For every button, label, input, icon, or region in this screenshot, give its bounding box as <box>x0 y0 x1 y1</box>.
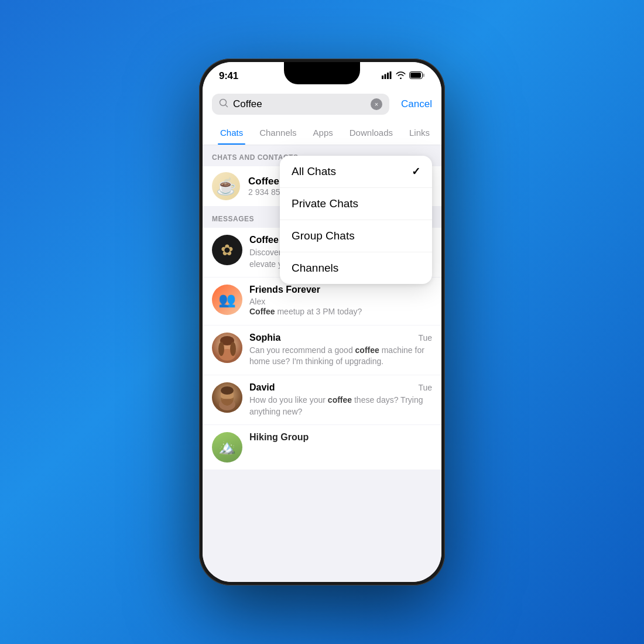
chat-content-david: David Tue How do you like your coffee th… <box>249 382 432 417</box>
dropdown-menu[interactable]: All Chats ✓ Private Chats Group Chats Ch… <box>280 156 432 284</box>
wifi-icon <box>396 71 406 81</box>
phone-screen: 9:41 <box>203 62 441 582</box>
chat-preview-sophia: Can you recommend a good coffee machine … <box>249 345 432 368</box>
svg-point-18 <box>221 386 234 395</box>
chat-preview-david: How do you like your coffee these days? … <box>249 395 432 417</box>
notch <box>284 62 360 84</box>
svg-rect-0 <box>382 76 383 79</box>
list-item-sophia[interactable]: Sophia Tue Can you recommend a good coff… <box>203 326 441 375</box>
tab-downloads[interactable]: Downloads <box>341 122 401 145</box>
svg-rect-5 <box>423 74 425 77</box>
dropdown-checkmark-all-chats: ✓ <box>412 165 420 178</box>
phone-frame: 9:41 <box>199 59 445 585</box>
avatar-david <box>212 382 242 413</box>
search-clear-button[interactable]: × <box>371 98 382 110</box>
svg-rect-2 <box>387 73 389 79</box>
chat-name-hiking: Hiking Group <box>249 432 309 443</box>
tab-chats[interactable]: Chats <box>212 122 251 145</box>
status-bar: 9:41 <box>203 62 441 88</box>
chat-preview-friends-forever: Coffee meetup at 3 PM today? <box>249 306 432 318</box>
status-icons <box>382 71 425 81</box>
chat-sender-ff: Alex <box>249 297 432 306</box>
status-time: 9:41 <box>219 70 238 82</box>
tabs-container: Chats Channels Apps Downloads Links <box>203 122 441 145</box>
svg-point-13 <box>218 342 224 356</box>
search-input[interactable]: Coffee <box>233 98 366 110</box>
list-item-david[interactable]: David Tue How do you like your coffee th… <box>203 375 441 425</box>
search-icon <box>219 98 228 110</box>
chat-name-sophia: Sophia <box>249 333 280 343</box>
chat-name-david: David <box>249 382 275 393</box>
list-item-friends-forever[interactable]: 👥 Friends Forever Alex Coffee meetup at … <box>203 278 441 326</box>
search-bar[interactable]: Coffee × <box>212 94 389 115</box>
battery-icon <box>409 71 425 81</box>
tab-links[interactable]: Links <box>401 122 432 145</box>
search-cancel-button[interactable]: Cancel <box>401 98 432 110</box>
svg-rect-6 <box>410 73 421 78</box>
avatar-coffee-lovers: ✿ <box>212 235 242 265</box>
dropdown-item-private-chats[interactable]: Private Chats <box>280 188 432 220</box>
tab-channels[interactable]: Channels <box>251 122 304 145</box>
svg-line-8 <box>225 105 228 107</box>
chat-content-sophia: Sophia Tue Can you recommend a good coff… <box>249 333 432 368</box>
chat-time-david: Tue <box>418 383 432 392</box>
svg-rect-1 <box>385 74 386 80</box>
chat-name-friends-forever: Friends Forever <box>249 285 320 295</box>
dropdown-item-all-chats[interactable]: All Chats ✓ <box>280 156 432 188</box>
svg-point-14 <box>230 342 236 356</box>
avatar-hiking-group: 🏔️ <box>212 432 242 463</box>
avatar-friends-forever: 👥 <box>212 285 242 315</box>
search-container: Coffee × Cancel <box>203 88 441 122</box>
chat-content-friends-forever: Friends Forever Alex Coffee meetup at 3 … <box>249 285 432 318</box>
dropdown-item-channels[interactable]: Channels <box>280 252 432 284</box>
signal-icon <box>382 71 392 81</box>
avatar-sophia <box>212 333 242 363</box>
tabs-row: Chats Channels Apps Downloads Links <box>212 122 432 145</box>
svg-rect-3 <box>390 71 392 79</box>
chat-content-hiking: Hiking Group <box>249 432 432 444</box>
chat-time-sophia: Tue <box>418 333 432 342</box>
dropdown-item-group-chats[interactable]: Group Chats <box>280 220 432 252</box>
tab-apps[interactable]: Apps <box>305 122 341 145</box>
list-item-hiking-group[interactable]: 🏔️ Hiking Group <box>203 425 441 470</box>
avatar-coffeemate: ☕ <box>212 172 240 200</box>
